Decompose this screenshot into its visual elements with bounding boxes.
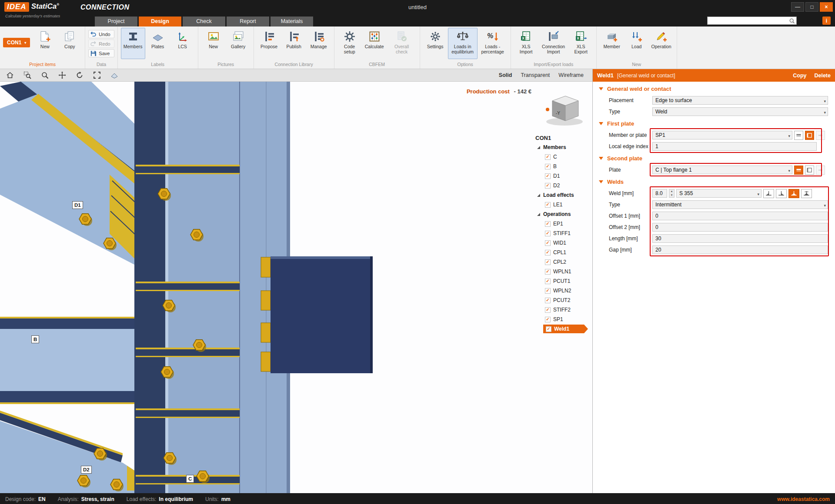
code-setup-button[interactable]: Code setup [337, 28, 362, 59]
tree-item-pcut2[interactable]: PCUT2 [533, 295, 592, 305]
website-link[interactable]: www.ideastatica.com [777, 496, 830, 502]
plate-sym-button[interactable] [794, 131, 803, 140]
offset-1-mm-input[interactable]: 0 [652, 212, 828, 220]
tab-materials[interactable]: Materials [271, 17, 313, 27]
calculate-button[interactable]: Calculate [362, 28, 387, 59]
tree-item-stiff2[interactable]: STIFF2 [533, 305, 592, 315]
loads-in-equilibrium-button[interactable]: Loads in equilibrium [448, 28, 478, 59]
undo-button[interactable]: Undo [88, 30, 114, 38]
search-input[interactable] [708, 18, 789, 23]
rotate-icon[interactable] [76, 71, 84, 79]
widener-plate[interactable] [261, 256, 373, 373]
plate-select[interactable]: C | Top flange 1▾ [652, 166, 792, 174]
publish-button[interactable]: Publish [282, 28, 306, 59]
weld-size-spinner[interactable]: ▲▼ [669, 189, 675, 198]
section-first-plate[interactable]: First plate [593, 117, 835, 129]
checkbox-icon[interactable] [545, 307, 551, 313]
zoom-icon[interactable] [41, 71, 49, 79]
checkbox-icon[interactable] [545, 259, 551, 265]
zoom-window-icon[interactable] [23, 71, 31, 79]
clip-icon[interactable] [110, 71, 118, 79]
offset-2-mm-input[interactable]: 0 [652, 223, 828, 232]
tree-item-wpln1[interactable]: WPLN1 [533, 267, 592, 276]
checkbox-icon[interactable] [545, 221, 551, 227]
type-select[interactable]: Weld▾ [652, 107, 828, 116]
tree-item-sp1[interactable]: SP1 [533, 315, 592, 324]
edge-sym-button[interactable] [805, 166, 814, 175]
weld-both-button[interactable] [788, 189, 799, 198]
delete-button[interactable]: Delete [814, 73, 831, 79]
members-button[interactable]: Members [121, 28, 145, 59]
display-mode-transparent[interactable]: Transparent [521, 72, 550, 78]
info-button[interactable]: i [822, 17, 831, 25]
checkbox-icon[interactable] [545, 202, 551, 208]
plates-button[interactable]: Plates [146, 28, 170, 59]
weld-right-button[interactable] [776, 189, 787, 198]
placement-select[interactable]: Edge to surface▾ [652, 96, 828, 105]
checkbox-icon[interactable] [546, 326, 551, 332]
home-icon[interactable] [6, 71, 14, 79]
plate-sym-button[interactable] [794, 166, 803, 175]
display-mode-wireframe[interactable]: Wireframe [558, 72, 584, 78]
tree-item-wpln2[interactable]: WPLN2 [533, 286, 592, 295]
edge-sym-button[interactable] [805, 131, 814, 140]
new-button[interactable]: New [201, 28, 226, 59]
checkbox-icon[interactable] [545, 154, 551, 160]
xls-import-button[interactable]: XXLS Import [514, 28, 538, 59]
weld-size-input[interactable]: 8.0 [652, 189, 667, 198]
checkbox-icon[interactable] [545, 288, 551, 294]
tree-item-cpl1[interactable]: CPL1 [533, 248, 592, 257]
checkbox-icon[interactable] [545, 164, 551, 169]
checkbox-icon[interactable] [545, 298, 551, 303]
tree-item-d2[interactable]: D2 [533, 181, 592, 190]
member-or-plate-select[interactable]: SP1▾ [652, 131, 792, 139]
close-button[interactable]: × [820, 2, 833, 12]
tree-root-con1[interactable]: CON1 [533, 133, 592, 143]
load-button[interactable]: Load [625, 28, 649, 59]
beam-b[interactable] [0, 317, 136, 404]
copy-button[interactable]: Copy [57, 28, 82, 59]
checkbox-icon[interactable] [545, 173, 551, 179]
tree-item-d1[interactable]: D1 [533, 171, 592, 181]
con1-selector[interactable]: CON1▾ [3, 38, 30, 47]
tab-check[interactable]: Check [183, 17, 225, 27]
tree-item-ep1[interactable]: EP1 [533, 219, 592, 229]
display-mode-solid[interactable]: Solid [499, 72, 512, 78]
pan-icon[interactable] [58, 71, 66, 79]
checkbox-icon[interactable] [545, 317, 551, 322]
weld-all-button[interactable] [801, 189, 812, 198]
tree-item-b[interactable]: B [533, 162, 592, 171]
member-button[interactable]: Member [600, 28, 624, 59]
tree-item-c[interactable]: C [533, 152, 592, 162]
gap-mm-input[interactable]: 20 [652, 245, 828, 254]
section-second-plate[interactable]: Second plate [593, 152, 835, 164]
tree-item-stiff1[interactable]: STIFF1 [533, 229, 592, 238]
tree-group-operations[interactable]: Operations [533, 209, 592, 219]
maximize-button[interactable]: □ [805, 2, 818, 12]
section-general-weld-or-contact[interactable]: General weld or contact [593, 83, 835, 95]
checkbox-icon[interactable] [545, 250, 551, 255]
minimize-button[interactable]: — [791, 2, 804, 12]
checkbox-icon[interactable] [545, 183, 551, 189]
copy-button[interactable]: Copy [793, 73, 806, 79]
xls-export-button[interactable]: XXLS Export [569, 28, 593, 59]
tab-design[interactable]: Design [139, 17, 181, 27]
tree-item-wid1[interactable]: WID1 [533, 238, 592, 248]
tree-group-load-effects[interactable]: Load effects [533, 190, 592, 200]
tab-report[interactable]: Report [227, 17, 269, 27]
checkbox-icon[interactable] [545, 231, 551, 236]
tree-item-weld1[interactable]: Weld1 [533, 324, 592, 334]
propose-button[interactable]: Propose [257, 28, 281, 59]
section-welds[interactable]: Welds [593, 176, 835, 188]
search-icon[interactable] [789, 18, 795, 24]
tree-item-cpl2[interactable]: CPL2 [533, 257, 592, 267]
tab-project[interactable]: Project [95, 17, 137, 27]
fit-icon[interactable] [93, 71, 101, 79]
new-button[interactable]: New [33, 28, 57, 59]
3d-model-canvas[interactable]: -Y [0, 82, 592, 493]
connection-import-button[interactable]: Connection Import [539, 28, 568, 59]
checkbox-icon[interactable] [545, 279, 551, 284]
checkbox-icon[interactable] [545, 269, 551, 275]
type-select[interactable]: Intermittent▾ [652, 200, 828, 209]
weld-left-button[interactable] [763, 189, 774, 198]
